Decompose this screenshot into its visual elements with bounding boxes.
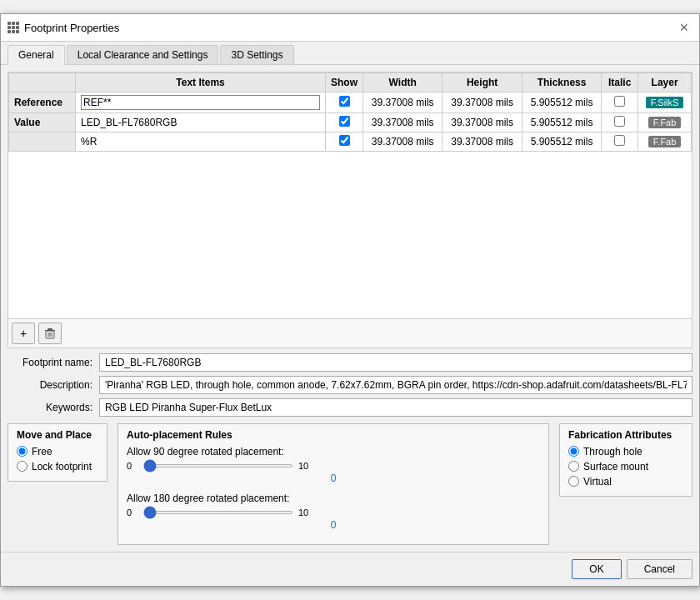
slider1-max: 10	[298, 461, 310, 471]
slider1-container: Allow 90 degree rotated placement: 0 10 …	[127, 446, 540, 484]
surface-mount-radio-row: Surface mount	[568, 461, 683, 472]
app-icon	[8, 22, 19, 33]
delete-row-button[interactable]	[38, 322, 62, 344]
lock-radio-row: Lock footprint	[17, 461, 98, 472]
layer-badge-fab-2: F.Fab	[648, 136, 682, 148]
row-height-value: 39.37008 mils	[442, 113, 522, 132]
fab-attrs-title: Fabrication Attributes	[568, 429, 683, 441]
description-row: Description:	[8, 376, 692, 394]
through-hole-radio[interactable]	[568, 446, 579, 457]
slider2-value: 0	[127, 519, 540, 531]
footprint-name-row: Footprint name:	[8, 353, 692, 372]
row-layer-ref-var: F.Fab	[638, 132, 692, 152]
auto-placement-section: Auto-placement Rules Allow 90 degree rot…	[118, 423, 549, 545]
close-button[interactable]: ✕	[676, 19, 692, 36]
tab-general[interactable]: General	[8, 45, 65, 65]
th-show: Show	[326, 73, 363, 92]
free-radio[interactable]	[17, 446, 28, 457]
slider1-label: Allow 90 degree rotated placement:	[127, 446, 540, 458]
row-label-reference: Reference	[9, 92, 76, 113]
virtual-radio[interactable]	[568, 476, 579, 487]
dialog: Footprint Properties ✕ General Local Cle…	[0, 13, 700, 587]
italic-refvar-checkbox[interactable]	[614, 135, 625, 146]
table-row: %R 39.37008 mils 39.37008 mils 5.905512 …	[9, 132, 692, 152]
row-thickness-reference: 5.905512 mils	[522, 92, 601, 113]
row-layer-value: F.Fab	[638, 113, 692, 132]
layer-badge-silks: F.SilkS	[646, 97, 684, 108]
slider1-input[interactable]	[143, 464, 293, 468]
row-height-reference: 39.37008 mils	[442, 92, 522, 113]
text-items-table: Text Items Show Width Height Thickness I…	[8, 72, 692, 318]
row-text-value[interactable]: LED_BL-FL7680RGB	[76, 113, 326, 132]
th-text-items: Text Items	[76, 73, 326, 92]
row-layer-reference: F.SilkS	[638, 92, 692, 113]
lock-radio[interactable]	[17, 461, 28, 472]
row-text-reference[interactable]	[76, 92, 326, 113]
surface-mount-radio[interactable]	[568, 461, 579, 472]
show-value-checkbox[interactable]	[339, 116, 350, 127]
keywords-label: Keywords:	[8, 402, 99, 413]
row-italic-value[interactable]	[602, 113, 638, 132]
description-input[interactable]	[99, 376, 692, 394]
slider2-max: 10	[298, 508, 310, 518]
fab-attrs-section: Fabrication Attributes Through hole Surf…	[559, 423, 692, 497]
bottom-sections: Move and Place Free Lock footprint Auto-…	[8, 423, 692, 545]
lock-radio-label: Lock footprint	[32, 461, 92, 472]
row-width-reference: 39.37008 mils	[363, 92, 442, 113]
slider2-input[interactable]	[143, 511, 293, 514]
reference-input[interactable]	[81, 95, 320, 110]
row-italic-ref-var[interactable]	[602, 132, 638, 152]
th-layer: Layer	[638, 73, 692, 92]
row-italic-reference[interactable]	[602, 92, 638, 113]
row-label-value: Value	[9, 113, 76, 132]
row-label-ref-var	[9, 132, 76, 152]
slider1-row: 0 10	[127, 461, 540, 471]
footprint-name-input[interactable]	[99, 353, 692, 372]
add-row-button[interactable]: +	[12, 322, 35, 344]
slider2-row: 0 10	[127, 508, 540, 518]
th-empty	[9, 73, 76, 92]
keywords-row: Keywords:	[8, 398, 692, 417]
row-show-value[interactable]	[326, 113, 363, 132]
table-toolbar: +	[8, 318, 692, 348]
cancel-button[interactable]: Cancel	[627, 559, 692, 579]
title-bar: Footprint Properties ✕	[1, 14, 699, 42]
tab-3d-settings[interactable]: 3D Settings	[220, 45, 293, 64]
tab-local-clearance[interactable]: Local Clearance and Settings	[67, 45, 219, 64]
keywords-input[interactable]	[99, 398, 692, 417]
ok-button[interactable]: OK	[572, 559, 621, 579]
free-radio-label: Free	[32, 446, 52, 458]
th-thickness: Thickness	[522, 73, 601, 92]
surface-mount-label: Surface mount	[583, 461, 648, 472]
through-hole-label: Through hole	[583, 446, 642, 458]
ref-var-text: %R	[81, 136, 97, 148]
th-height: Height	[442, 73, 522, 92]
slider2-min: 0	[127, 508, 138, 518]
row-text-ref-var[interactable]: %R	[76, 132, 326, 152]
content-area: Text Items Show Width Height Thickness I…	[1, 65, 699, 552]
italic-value-checkbox[interactable]	[614, 116, 625, 127]
virtual-label: Virtual	[583, 476, 612, 488]
move-place-section: Move and Place Free Lock footprint	[8, 423, 108, 482]
row-show-ref-var[interactable]	[326, 132, 363, 152]
auto-placement-title: Auto-placement Rules	[127, 429, 540, 441]
svg-rect-1	[48, 328, 52, 330]
footprint-name-label: Footprint name:	[8, 357, 99, 368]
slider1-value: 0	[127, 472, 540, 484]
show-reference-checkbox[interactable]	[339, 96, 350, 107]
value-text: LED_BL-FL7680RGB	[81, 117, 177, 128]
description-label: Description:	[8, 379, 99, 391]
th-width: Width	[363, 73, 442, 92]
slider2-label: Allow 180 degree rotated placement:	[127, 492, 540, 504]
slider2-container: Allow 180 degree rotated placement: 0 10…	[127, 492, 540, 531]
italic-reference-checkbox[interactable]	[614, 96, 625, 107]
dialog-title: Footprint Properties	[24, 22, 119, 34]
text-items-section: Text Items Show Width Height Thickness I…	[8, 72, 692, 348]
row-height-ref-var: 39.37008 mils	[442, 132, 522, 152]
row-show-reference[interactable]	[326, 92, 363, 113]
trash-icon	[44, 328, 56, 339]
tabs-bar: General Local Clearance and Settings 3D …	[1, 42, 699, 65]
layer-badge-fab-1: F.Fab	[648, 117, 682, 128]
show-refvar-checkbox[interactable]	[339, 135, 350, 146]
th-italic: Italic	[602, 73, 638, 92]
